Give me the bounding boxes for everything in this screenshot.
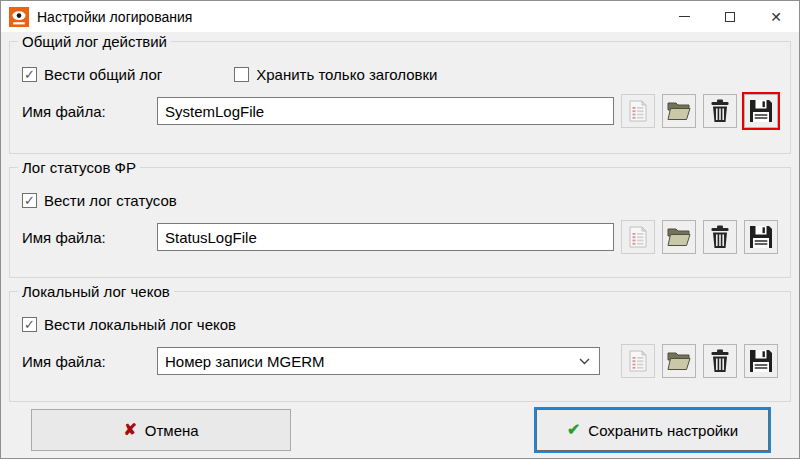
trash-icon: [709, 349, 731, 373]
window-title: Настройки логирования: [37, 9, 192, 25]
log-view-icon: [628, 350, 648, 372]
title-bar: Настройки логирования ✕: [1, 1, 799, 32]
status-log-filename-input[interactable]: [157, 223, 614, 251]
check-icon: ✓: [24, 68, 35, 81]
checkbox-box: ✓: [22, 193, 37, 208]
minimize-icon: [679, 16, 690, 17]
delete-file-button[interactable]: [703, 220, 737, 254]
checkbox-keep-status-log[interactable]: ✓ Вести лог статусов: [22, 192, 177, 209]
group-title: Общий лог действий: [18, 33, 171, 50]
cancel-button-label: Отмена: [145, 422, 199, 439]
group-general-log: Общий лог действий ✓ Вести общий лог ✓ Х…: [9, 41, 791, 154]
view-log-button[interactable]: [621, 344, 655, 378]
footer: ✘ Отмена ✔ Сохранить настройки: [1, 409, 799, 451]
save-file-button[interactable]: [744, 344, 778, 378]
checkbox-label: Вести лог статусов: [44, 192, 177, 209]
view-log-button[interactable]: [621, 220, 655, 254]
check-icon: ✓: [24, 318, 35, 331]
floppy-save-icon: [749, 225, 773, 249]
floppy-save-icon: [749, 349, 773, 373]
save-file-button[interactable]: [744, 220, 778, 254]
checkbox-keep-local-receipt-log[interactable]: ✓ Вести локальный лог чеков: [22, 316, 236, 333]
open-folder-button[interactable]: [662, 94, 696, 128]
maximize-icon: [725, 12, 735, 22]
checkbox-label: Вести общий лог: [44, 66, 162, 83]
log-view-icon: [628, 226, 648, 248]
checkbox-label: Хранить только заголовки: [256, 66, 437, 83]
checkbox-box: ✓: [22, 67, 37, 82]
minimize-button[interactable]: [661, 1, 707, 32]
file-name-label: Имя файла:: [22, 353, 157, 370]
group-status-log: Лог статусов ФР ✓ Вести лог статусов Имя…: [9, 167, 791, 278]
general-log-filename-input[interactable]: [157, 97, 614, 125]
chevron-down-icon: [579, 358, 590, 365]
checkbox-label: Вести локальный лог чеков: [44, 316, 236, 333]
combobox-value: Номер записи MGERM: [165, 353, 579, 370]
delete-file-button[interactable]: [703, 344, 737, 378]
save-settings-button-label: Сохранить настройки: [588, 422, 738, 439]
open-folder-button[interactable]: [662, 220, 696, 254]
local-log-filename-combobox[interactable]: Номер записи MGERM: [157, 347, 600, 375]
file-name-label: Имя файла:: [22, 103, 157, 120]
view-log-button[interactable]: [621, 94, 655, 128]
close-button[interactable]: ✕: [753, 1, 799, 32]
folder-open-icon: [667, 100, 691, 122]
checkbox-keep-general-log[interactable]: ✓ Вести общий лог: [22, 66, 162, 83]
group-title: Локальный лог чеков: [18, 283, 174, 300]
checkbox-box: ✓: [234, 67, 249, 82]
log-view-icon: [628, 100, 648, 122]
checkbox-store-headers-only[interactable]: ✓ Хранить только заголовки: [234, 66, 437, 83]
trash-icon: [709, 99, 731, 123]
app-logo-icon: [9, 7, 29, 27]
check-icon: ✓: [24, 194, 35, 207]
save-settings-button[interactable]: ✔ Сохранить настройки: [536, 409, 769, 451]
delete-file-button[interactable]: [703, 94, 737, 128]
settings-dialog: Настройки логирования ✕ Общий лог действ…: [0, 0, 800, 459]
cancel-x-icon: ✘: [123, 422, 136, 438]
file-name-label: Имя файла:: [22, 229, 157, 246]
floppy-save-icon: [749, 99, 773, 123]
folder-open-icon: [667, 226, 691, 248]
save-check-icon: ✔: [567, 422, 580, 438]
group-title: Лог статусов ФР: [18, 159, 140, 176]
checkbox-box: ✓: [22, 317, 37, 332]
group-local-receipt-log: Локальный лог чеков ✓ Вести локальный ло…: [9, 291, 791, 402]
open-folder-button[interactable]: [662, 344, 696, 378]
cancel-button[interactable]: ✘ Отмена: [31, 409, 291, 451]
maximize-button[interactable]: [707, 1, 753, 32]
trash-icon: [709, 225, 731, 249]
folder-open-icon: [667, 350, 691, 372]
close-icon: ✕: [770, 10, 782, 24]
save-file-button-highlighted[interactable]: [744, 94, 778, 128]
